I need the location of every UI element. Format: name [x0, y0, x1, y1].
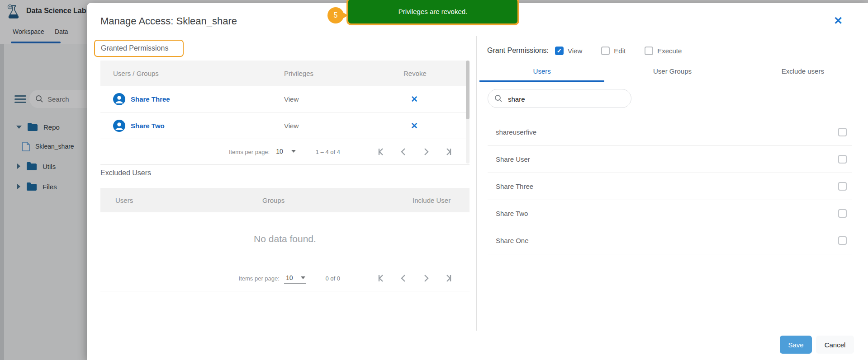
- dialog-title: Manage Access: Sklean_share: [100, 15, 237, 27]
- user-checkbox[interactable]: [838, 236, 847, 245]
- user-name: Share User: [488, 155, 530, 163]
- cancel-button[interactable]: Cancel: [816, 336, 854, 354]
- user-checkbox[interactable]: [838, 182, 847, 191]
- revoke-button[interactable]: ✕: [411, 94, 418, 104]
- screen: Data Science Lab Workspace Data Repo: [0, 0, 868, 360]
- column-header: Revoke: [394, 70, 470, 77]
- first-page-icon[interactable]: [375, 273, 386, 284]
- table-row: Share Two View ✕: [100, 112, 470, 139]
- page-size-select[interactable]: 10: [284, 273, 307, 284]
- next-page-icon[interactable]: [421, 146, 432, 157]
- list-item[interactable]: Share Three: [488, 173, 852, 200]
- list-item[interactable]: shareuserfive: [488, 119, 852, 146]
- last-page-icon[interactable]: [443, 273, 454, 284]
- user-checkbox[interactable]: [838, 128, 847, 136]
- column-header: Privileges: [271, 70, 394, 77]
- granted-permissions-label: Granted Permissions: [94, 40, 184, 57]
- previous-page-icon[interactable]: [398, 273, 409, 284]
- grant-permissions-row: Grant Permissions: ✓ View Edit Execute: [487, 45, 701, 56]
- execute-checkbox[interactable]: [645, 47, 653, 55]
- list-item[interactable]: Share One: [488, 227, 852, 254]
- right-panel-tabs: Users User Groups Exclude users: [477, 61, 868, 82]
- manage-access-dialog: Manage Access: Sklean_share ✕ Granted Pe…: [87, 3, 868, 360]
- page-size-value: 10: [276, 148, 283, 155]
- toast-message: Privileges are revoked.: [398, 8, 468, 15]
- empty-state-text: No data found.: [100, 212, 470, 266]
- user-link[interactable]: Share Two: [131, 122, 165, 130]
- tab-user-groups[interactable]: User Groups: [607, 61, 737, 82]
- page-range: 1 – 4 of 4: [316, 149, 340, 155]
- step-badge: 5: [327, 7, 344, 23]
- checkbox-label: Execute: [657, 47, 682, 55]
- first-page-icon[interactable]: [375, 146, 386, 157]
- page-size-value: 10: [286, 274, 293, 281]
- user-name: shareuserfive: [488, 128, 536, 136]
- user-avatar-icon: [113, 120, 125, 132]
- last-page-icon[interactable]: [443, 146, 454, 157]
- column-header: Include User: [399, 196, 470, 204]
- save-button[interactable]: Save: [780, 336, 812, 354]
- search-icon: [494, 94, 503, 103]
- table-header: Users Groups Include User: [100, 188, 470, 212]
- dropdown-caret-icon: [291, 150, 296, 153]
- checkbox-label: View: [568, 47, 582, 55]
- previous-page-icon[interactable]: [398, 146, 409, 157]
- privilege-value: View: [271, 95, 394, 103]
- user-name: Share Three: [488, 182, 533, 190]
- table-scrollbar[interactable]: [466, 61, 470, 164]
- close-icon[interactable]: ✕: [834, 15, 843, 26]
- tab-exclude-users[interactable]: Exclude users: [738, 61, 868, 82]
- excluded-users-table: Users Groups Include User No data found.…: [100, 188, 470, 291]
- dropdown-caret-icon: [301, 276, 305, 279]
- tab-users[interactable]: Users: [477, 61, 607, 82]
- user-checkbox[interactable]: [838, 209, 847, 218]
- grant-permissions-label: Grant Permissions:: [487, 47, 549, 55]
- view-checkbox[interactable]: ✓: [555, 47, 564, 55]
- edit-checkbox[interactable]: [601, 47, 610, 55]
- paginator: Items per page: 10 0 of 0: [100, 266, 470, 291]
- user-name: Share One: [488, 237, 529, 244]
- table-header: Users / Groups Privileges Revoke: [100, 61, 470, 86]
- list-item[interactable]: Share Two: [488, 200, 852, 227]
- user-name: Share Two: [488, 210, 528, 217]
- table-row: Share Three View ✕: [100, 86, 470, 112]
- privilege-value: View: [271, 122, 394, 130]
- scrollbar-thumb[interactable]: [466, 61, 470, 119]
- user-search[interactable]: [488, 89, 631, 108]
- items-per-page-label: Items per page:: [229, 149, 270, 155]
- column-header: Groups: [250, 196, 399, 204]
- excluded-users-label: Excluded Users: [100, 169, 151, 177]
- page-range: 0 of 0: [325, 275, 340, 282]
- next-page-icon[interactable]: [421, 273, 432, 284]
- success-toast: Privileges are revoked.: [346, 0, 519, 25]
- column-header: Users / Groups: [100, 70, 271, 77]
- user-avatar-icon: [113, 93, 125, 105]
- user-search-input[interactable]: [507, 92, 622, 106]
- paginator: Items per page: 10 1 – 4 of 4: [100, 139, 470, 165]
- revoke-button[interactable]: ✕: [411, 121, 418, 131]
- user-link[interactable]: Share Three: [131, 95, 170, 103]
- checkbox-label: Edit: [614, 47, 626, 55]
- user-list: shareuserfive Share User Share Three Sha…: [488, 119, 852, 254]
- user-checkbox[interactable]: [838, 155, 847, 164]
- column-header: Users: [100, 196, 250, 204]
- granted-permissions-table: Users / Groups Privileges Revoke Share T…: [100, 61, 470, 165]
- list-item[interactable]: Share User: [488, 146, 852, 173]
- items-per-page-label: Items per page:: [239, 275, 280, 282]
- page-size-select[interactable]: 10: [274, 147, 297, 157]
